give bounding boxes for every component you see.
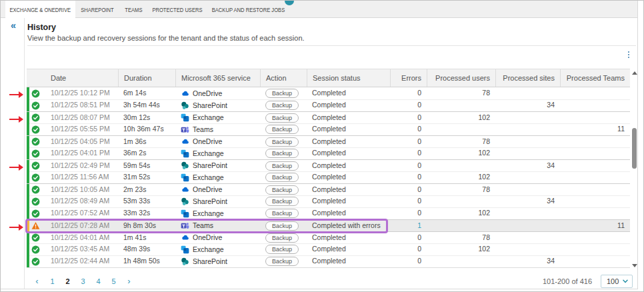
backup-action-button[interactable]: Backup — [265, 257, 299, 266]
row-processed-users: 78 — [427, 87, 495, 99]
table-row[interactable]: 10/12/25 07:52 AM33m 32sExchangeBackupCo… — [27, 207, 630, 219]
page-3-button[interactable]: 3 — [78, 274, 88, 289]
column-header-processed-teams[interactable]: Processed Teams — [560, 69, 630, 87]
backup-action-button[interactable]: Backup — [265, 221, 299, 231]
onedrive-icon — [181, 89, 189, 98]
next-page-button[interactable]: › — [124, 274, 134, 289]
backup-action-button[interactable]: Backup — [265, 101, 299, 110]
tab-backup-and-restore-jobs[interactable]: BACKUP AND RESTORE JOBS — [206, 1, 290, 18]
scroll-down-icon[interactable] — [632, 264, 637, 267]
page-4-button[interactable]: 4 — [93, 274, 103, 289]
backup-action-button[interactable]: Backup — [265, 113, 299, 123]
table-row[interactable]: 10/12/25 07:28 AM9h 8m 30sTeamsBackupCom… — [27, 219, 630, 231]
tab-protected-users[interactable]: PROTECTED USERS — [148, 1, 206, 18]
page-5-button[interactable]: 5 — [109, 274, 119, 289]
table-row[interactable]: 10/12/25 03:45 AM48m 39sExchangeBackupCo… — [27, 243, 630, 255]
tab-label: BACKUP AND RESTORE JOBS — [211, 6, 285, 13]
table-body: 10/12/25 10:12 PM6m 14sOneDriveBackupCom… — [27, 87, 630, 268]
row-duration: 6m 14s — [118, 87, 175, 99]
column-header-processed-users[interactable]: Processed users — [427, 69, 495, 87]
row-processed-teams: 11 — [560, 220, 630, 231]
table-row[interactable]: 10/12/25 04:05 PM1m 36sOneDriveBackupCom… — [27, 135, 630, 147]
table-row[interactable]: 10/12/25 04:01 PM36m 2sExchangeBackupCom… — [27, 147, 630, 159]
pagination: ‹12345› 101-200 of 416 100 — [27, 274, 636, 289]
row-action: Backup — [260, 99, 307, 111]
row-status-cell — [27, 136, 45, 147]
backup-action-button[interactable]: Backup — [265, 233, 299, 243]
tab-sharepoint[interactable]: SHAREPOINT — [75, 1, 119, 18]
row-session-status: Completed — [307, 99, 390, 111]
backup-action-button[interactable]: Backup — [265, 125, 299, 134]
teams-icon — [181, 221, 189, 230]
annotation-arrow-icon — [9, 162, 24, 170]
window-right-border — [637, 1, 638, 289]
row-duration: 1m 41s — [118, 232, 175, 243]
page-1-button[interactable]: 1 — [47, 274, 57, 289]
more-options-icon[interactable] — [623, 50, 634, 59]
row-date: 10/12/25 08:49 AM — [45, 195, 118, 207]
column-header-session-status[interactable]: Session status — [307, 69, 390, 87]
backup-action-button[interactable]: Backup — [265, 89, 299, 98]
row-session-status: Completed — [307, 136, 390, 147]
table-row[interactable]: 10/12/25 02:44 AM1h 48m 50sSharePointBac… — [27, 255, 630, 267]
column-header-duration[interactable]: Duration — [118, 69, 175, 87]
tab-exchange-onedrive[interactable]: EXCHANGE & ONEDRIVE — [5, 1, 75, 18]
service-name: Teams — [193, 124, 213, 135]
backup-action-button[interactable]: Backup — [265, 161, 299, 171]
row-action: Backup — [260, 112, 307, 123]
row-service: SharePoint — [175, 255, 260, 267]
column-header-processed-sites[interactable]: Processed sites — [495, 69, 560, 87]
table-row[interactable]: 10/12/25 05:55 PM10h 36m 47sTeamsBackupC… — [27, 123, 630, 135]
service-name: Exchange — [193, 208, 224, 219]
row-status-bar — [27, 171, 29, 183]
row-processed-teams — [560, 147, 630, 159]
backup-action-button[interactable]: Backup — [265, 137, 299, 147]
row-duration: 2m 23s — [118, 184, 175, 195]
backup-action-button[interactable]: Backup — [265, 173, 299, 182]
table-row[interactable]: 10/12/25 10:05 AM2m 23sOneDriveBackupCom… — [27, 183, 630, 195]
table-row[interactable]: 10/12/25 10:12 PM6m 14sOneDriveBackupCom… — [27, 87, 630, 99]
backup-action-button[interactable]: Backup — [265, 149, 299, 158]
row-service: SharePoint — [175, 195, 260, 207]
pagination-range: 101-200 of 416 — [543, 274, 592, 289]
table-row[interactable]: 10/12/25 11:56 AM31m 52sExchangeBackupCo… — [27, 171, 630, 183]
service-name: SharePoint — [193, 256, 227, 267]
row-session-status: Completed — [307, 255, 390, 267]
previous-page-button[interactable]: ‹ — [32, 274, 42, 289]
table-row[interactable]: 10/12/25 08:07 PM30m 12sExchangeBackupCo… — [27, 111, 630, 123]
row-processed-users: 102 — [427, 112, 495, 123]
service-name: SharePoint — [193, 100, 227, 111]
row-duration: 9h 8m 30s — [118, 220, 175, 231]
row-errors[interactable]: 1 — [390, 220, 427, 231]
backup-action-button[interactable]: Backup — [265, 185, 299, 195]
scroll-up-icon[interactable] — [632, 71, 637, 75]
sharepoint-icon — [181, 257, 189, 266]
column-header-microsoft-365-service[interactable]: Microsoft 365 service — [175, 69, 260, 87]
table-row[interactable]: 10/12/25 08:49 AM53m 33sSharePointBackup… — [27, 195, 630, 207]
page-size-select[interactable]: 100 — [601, 275, 633, 288]
row-errors: 0 — [390, 99, 427, 111]
success-icon — [31, 89, 40, 98]
tab-label: EXCHANGE & ONEDRIVE — [10, 6, 71, 13]
backup-action-button[interactable]: Backup — [265, 209, 299, 218]
page-2-button[interactable]: 2 — [63, 274, 73, 289]
backup-action-button[interactable]: Backup — [265, 245, 299, 254]
column-header-errors[interactable]: Errors — [390, 69, 427, 87]
success-icon — [31, 197, 40, 206]
row-processed-teams: 11 — [560, 123, 630, 135]
tab-teams[interactable]: TEAMS — [119, 1, 148, 18]
column-header-action[interactable]: Action — [260, 69, 307, 87]
row-date: 10/12/25 11:56 AM — [45, 171, 118, 183]
backup-action-button[interactable]: Backup — [265, 197, 299, 206]
success-icon — [31, 149, 40, 158]
row-action: Backup — [260, 136, 307, 147]
table-row[interactable]: 10/12/25 04:01 AM1m 41sOneDriveBackupCom… — [27, 231, 630, 243]
row-errors: 0 — [390, 232, 427, 243]
table-row[interactable]: 10/12/25 08:51 PM3h 54m 44sSharePointBac… — [27, 99, 630, 111]
row-processed-sites: 34 — [495, 255, 560, 267]
column-header-date[interactable]: Date — [45, 69, 118, 87]
scrollbar-thumb[interactable] — [632, 128, 637, 169]
service-name: Exchange — [193, 148, 224, 159]
table-row[interactable]: 10/12/25 02:49 PM59m 54sSharePointBackup… — [27, 159, 630, 171]
row-service: OneDrive — [175, 232, 260, 243]
